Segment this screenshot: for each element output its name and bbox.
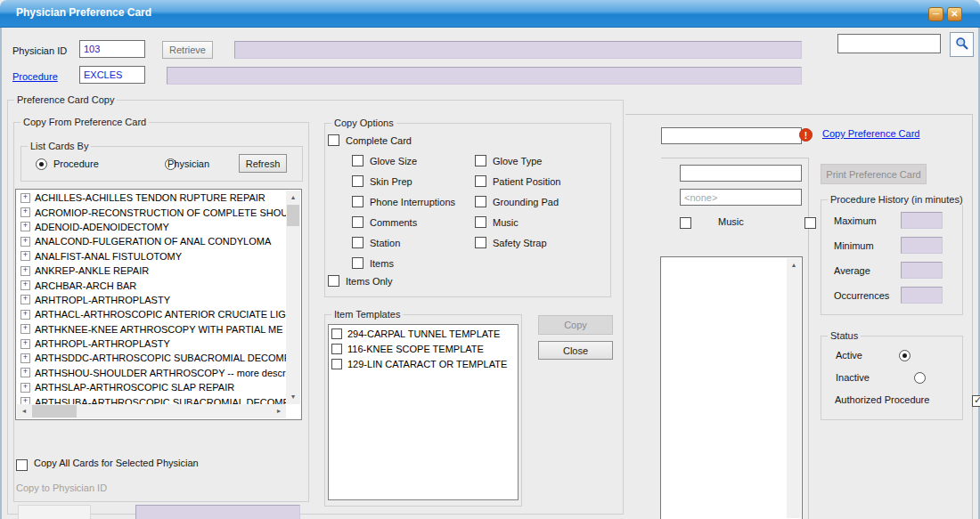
items-list-scrollbar[interactable]: ▴ bbox=[787, 258, 801, 518]
items-only-checkbox[interactable] bbox=[328, 275, 339, 287]
tree-item[interactable]: + ARTHSHOU-SHOULDER ARTHROSCOPY -- more … bbox=[17, 366, 286, 380]
tree-item[interactable]: + ARTHKNEE-KNEE ARTHROSCOPY WITH PARTIAL… bbox=[17, 322, 286, 337]
tree-item[interactable]: + ARCHBAR-ARCH BAR bbox=[17, 278, 286, 292]
expand-icon[interactable]: + bbox=[20, 295, 30, 304]
copy-option-checkbox[interactable] bbox=[352, 237, 363, 248]
tree-item[interactable]: + ACROMIOP-RECONSTRUCTION OF COMPLETE SH… bbox=[17, 205, 286, 219]
physician-id-input[interactable] bbox=[79, 40, 145, 58]
expand-icon[interactable]: + bbox=[20, 266, 30, 276]
tree-item[interactable]: + ARTHSUBA-ARTHROSCOPIC SUBACROMIAL DECO… bbox=[17, 394, 286, 404]
scroll-up-icon[interactable]: ▴ bbox=[787, 258, 801, 272]
item-template-row[interactable]: 116-KNEE SCOPE TEMPLATE bbox=[329, 342, 518, 355]
item-template-checkbox[interactable] bbox=[331, 328, 342, 339]
copy-option-checkbox[interactable] bbox=[352, 175, 363, 187]
authorized-procedure-label: Authorized Procedure bbox=[835, 394, 929, 405]
authorized-procedure-checkbox[interactable] bbox=[972, 395, 980, 407]
expand-icon[interactable]: + bbox=[20, 368, 30, 377]
copy-option-checkbox[interactable] bbox=[475, 237, 486, 248]
tree-item[interactable]: + ADENOID-ADENOIDECTOMY bbox=[17, 220, 286, 234]
music-right-checkbox[interactable] bbox=[804, 217, 816, 229]
scroll-right-icon[interactable]: ▸ bbox=[272, 404, 286, 418]
close-button[interactable]: Close bbox=[538, 341, 613, 360]
tree-item[interactable]: + ARTHSDDC-ARTHROSCOPIC SUBACROMIAL DECO… bbox=[17, 351, 286, 365]
tree-item-label: ARTHACL-ARTHROSCOPIC ANTERIOR CRUCIATE L… bbox=[35, 309, 286, 320]
copy-option-checkbox[interactable] bbox=[352, 196, 363, 207]
status-inactive-radio[interactable] bbox=[914, 372, 926, 384]
status-title: Status bbox=[828, 330, 861, 341]
item-template-checkbox[interactable] bbox=[331, 359, 342, 369]
title-bar: Physician Preference Card ─ ✕ bbox=[0, 0, 980, 28]
expand-icon[interactable]: + bbox=[20, 353, 30, 363]
copy-button[interactable]: Copy bbox=[538, 315, 613, 335]
tree-item[interactable]: + ANKREP-ANKLE REPAIR bbox=[17, 264, 286, 278]
item-template-row[interactable]: 294-CARPAL TUNNEL TEMPLATE bbox=[329, 327, 518, 340]
item-templates-listbox[interactable]: 294-CARPAL TUNNEL TEMPLATE 116-KNEE SCOP… bbox=[328, 324, 519, 500]
tree-item[interactable]: + ANALFIST-ANAL FISTULOTOMY bbox=[17, 249, 286, 264]
refresh-button[interactable]: Refresh bbox=[239, 154, 287, 173]
item-template-row[interactable]: 129-LIN CATARACT OR TEMPLATE bbox=[329, 357, 518, 370]
expand-icon[interactable]: + bbox=[20, 251, 30, 261]
expand-icon[interactable]: + bbox=[20, 193, 30, 203]
expand-icon[interactable]: + bbox=[20, 339, 30, 349]
tree-item[interactable]: + ARTHSLAP-ARTHROSCOPIC SLAP REPAIR bbox=[17, 380, 286, 394]
tree-item[interactable]: + ARTHROPL-ARTHROPLASTY bbox=[17, 337, 286, 351]
tree-item[interactable]: + ARHTROPL-ARTHROPLASTY bbox=[17, 293, 286, 307]
expand-icon[interactable]: + bbox=[20, 207, 30, 217]
warning-icon: ! bbox=[799, 128, 813, 142]
copy-option-label: Comments bbox=[370, 217, 417, 228]
scroll-up-icon[interactable]: ▴ bbox=[286, 191, 300, 205]
expand-icon[interactable]: + bbox=[20, 280, 30, 290]
status-group: Status Active Inactive Authorized Proced… bbox=[821, 336, 963, 420]
status-active-radio[interactable] bbox=[899, 350, 911, 361]
copy-option-checkbox[interactable] bbox=[352, 216, 363, 228]
music-left-checkbox[interactable] bbox=[680, 217, 691, 229]
copy-option-checkbox[interactable] bbox=[475, 196, 486, 207]
copy-option-label: Grounding Pad bbox=[493, 197, 559, 207]
copy-option-checkbox[interactable] bbox=[352, 155, 363, 166]
item-template-checkbox[interactable] bbox=[331, 344, 342, 354]
tree-item[interactable]: + ACHILLES-ACHILLES TENDON RUPTURE REPAI… bbox=[17, 191, 286, 205]
items-listbox[interactable]: ▴ bbox=[660, 256, 803, 519]
list-by-procedure-radio[interactable] bbox=[36, 158, 47, 170]
horizontal-scroll-thumb[interactable] bbox=[32, 405, 77, 418]
copy-all-cards-label: Copy All Cards for Selected Physician bbox=[34, 458, 199, 468]
expand-icon[interactable]: + bbox=[20, 397, 30, 404]
tree-item-label: ARTHSUBA-ARTHROSCOPIC SUBACROMIAL DECOMP bbox=[35, 397, 286, 404]
items-only-option: Items Only bbox=[328, 271, 393, 291]
scroll-down-icon[interactable]: ▾ bbox=[286, 390, 300, 404]
search-button[interactable] bbox=[950, 32, 974, 57]
scroll-left-icon[interactable]: ◂ bbox=[17, 404, 31, 418]
tree-horizontal-scrollbar[interactable]: ◂ ▸ bbox=[17, 404, 286, 418]
expand-icon[interactable]: + bbox=[20, 222, 30, 231]
detail-field-1[interactable] bbox=[680, 165, 802, 182]
tree-item-label: ARTHSDDC-ARTHROSCOPIC SUBACROMIAL DECOMP bbox=[35, 353, 286, 363]
tree-item[interactable]: + ARTHACL-ARTHROSCOPIC ANTERIOR CRUCIATE… bbox=[17, 307, 286, 321]
copy-option: Glove Type bbox=[475, 150, 560, 171]
copy-all-cards-checkbox[interactable] bbox=[16, 459, 28, 471]
expand-icon[interactable]: + bbox=[20, 237, 30, 247]
item-templates-title: Item Templates bbox=[331, 309, 403, 320]
procedure-input[interactable] bbox=[79, 66, 145, 84]
card-name-input[interactable] bbox=[661, 127, 802, 144]
tree-item-label: ARTHKNEE-KNEE ARTHROSCOPY WITH PARTIAL M… bbox=[35, 324, 283, 335]
expand-icon[interactable]: + bbox=[20, 324, 30, 334]
tree-vertical-scrollbar[interactable]: ▴ ▾ bbox=[286, 191, 300, 404]
minimize-button[interactable]: ─ bbox=[928, 7, 943, 21]
procedure-link[interactable]: Procedure bbox=[12, 71, 58, 82]
copy-option-checkbox[interactable] bbox=[352, 257, 363, 269]
tree-item[interactable]: + ANALCOND-FULGERATION OF ANAL CONDYLOMA bbox=[17, 234, 286, 248]
detail-field-2[interactable] bbox=[680, 189, 802, 206]
copy-option-checkbox[interactable] bbox=[475, 175, 486, 187]
preference-card-tree[interactable]: + ACHILLES-ACHILLES TENDON RUPTURE REPAI… bbox=[15, 189, 302, 420]
retrieve-button[interactable]: Retrieve bbox=[162, 41, 213, 59]
vertical-scroll-thumb[interactable] bbox=[287, 205, 299, 226]
close-button[interactable]: ✕ bbox=[947, 7, 962, 21]
expand-icon[interactable]: + bbox=[20, 310, 30, 320]
complete-card-checkbox[interactable] bbox=[328, 134, 339, 146]
print-preference-card-button[interactable]: Print Preference Card bbox=[821, 164, 927, 184]
copy-option-checkbox[interactable] bbox=[475, 216, 486, 228]
copy-preference-card-link[interactable]: Copy Preference Card bbox=[822, 128, 919, 139]
expand-icon[interactable]: + bbox=[20, 383, 30, 393]
copy-option-checkbox[interactable] bbox=[475, 155, 486, 166]
search-input[interactable] bbox=[837, 34, 941, 53]
